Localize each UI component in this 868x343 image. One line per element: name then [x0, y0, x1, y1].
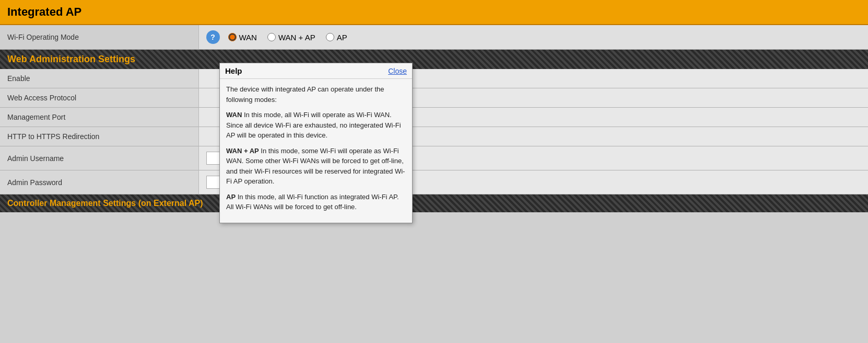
- help-intro: The device with integrated AP can operat…: [226, 84, 406, 105]
- help-ap-desc-text: In this mode, all Wi-Fi function as inte…: [226, 193, 399, 211]
- help-popup-overlay: Help Close The device with integrated AP…: [219, 63, 413, 223]
- wifi-mode-label: Wi-Fi Operating Mode: [0, 25, 198, 50]
- help-wan-ap-text: WAN + AP In this mode, some Wi-Fi will o…: [226, 146, 406, 187]
- help-popup-title: Help: [225, 66, 242, 75]
- radio-ap[interactable]: AP: [326, 33, 347, 42]
- integrated-ap-header: Integrated AP: [0, 0, 868, 25]
- web-access-protocol-label: Web Access Protocol: [0, 88, 198, 108]
- controller-management-section-header: Controller Management Settings (on Exter…: [0, 195, 868, 212]
- enable-label: Enable: [0, 69, 198, 88]
- admin-password-label: Admin Password: [0, 170, 198, 195]
- help-wan-text: WAN In this mode, all Wi-Fi will operate…: [226, 110, 406, 141]
- radio-wan-ap-label: WAN + AP: [278, 33, 315, 42]
- radio-wan-label: WAN: [239, 33, 257, 42]
- radio-ap-label: AP: [337, 33, 347, 42]
- help-popup-header: Help Close: [220, 63, 412, 79]
- help-popup-close-button[interactable]: Close: [388, 67, 407, 75]
- help-popup-body: The device with integrated AP can operat…: [220, 79, 412, 223]
- radio-wan-ap-input[interactable]: [267, 33, 276, 41]
- help-wan-desc-text: In this mode, all Wi-Fi will operate as …: [226, 111, 401, 139]
- help-ap-text: AP In this mode, all Wi-Fi function as i…: [226, 192, 406, 212]
- radio-wan[interactable]: WAN: [228, 33, 257, 42]
- admin-username-label: Admin Username: [0, 146, 198, 170]
- help-popup: Help Close The device with integrated AP…: [219, 63, 413, 223]
- help-wan-ap-heading: WAN + AP: [226, 147, 259, 155]
- web-admin-section-header: Web Administration Settings: [0, 50, 868, 69]
- management-port-label: Management Port: [0, 108, 198, 127]
- radio-ap-input[interactable]: [326, 33, 334, 41]
- help-button[interactable]: ?: [206, 30, 220, 44]
- help-ap-heading: AP: [226, 193, 236, 201]
- radio-wan-input[interactable]: [228, 33, 237, 41]
- help-wan-heading: WAN: [226, 111, 242, 119]
- wifi-mode-radio-group: WAN WAN + AP AP: [228, 33, 347, 42]
- radio-wan-ap[interactable]: WAN + AP: [267, 33, 315, 42]
- http-https-label: HTTP to HTTPS Redirection: [0, 127, 198, 146]
